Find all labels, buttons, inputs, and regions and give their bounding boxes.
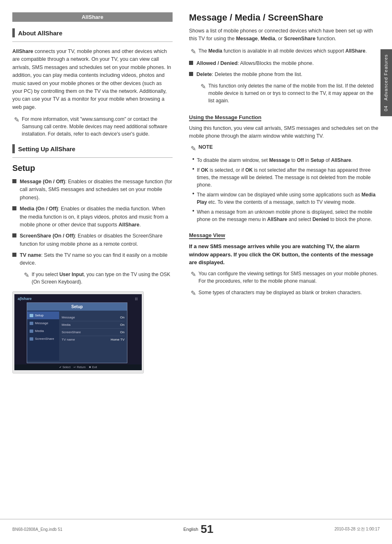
bullet-square-4 bbox=[12, 253, 16, 257]
bullet-square-3 bbox=[12, 233, 16, 237]
dialog-body: Setup Message Media bbox=[27, 311, 127, 361]
pencil-icon-4: ✎ bbox=[201, 83, 206, 90]
setup-heading: Setup bbox=[12, 164, 173, 173]
message-view-heading: Message View bbox=[189, 232, 225, 239]
about-heading: About AllShare bbox=[18, 30, 62, 37]
mv-note-2: Some types of characters may be displaye… bbox=[198, 289, 362, 296]
delete-note-block: ✎ This function only deletes the name of… bbox=[189, 82, 380, 104]
row-message: MessageOn bbox=[62, 314, 125, 321]
using-message-heading: Using the Message Function bbox=[189, 114, 261, 121]
note-bullet-1: • To disable the alarm window, set Messa… bbox=[189, 157, 380, 164]
bullet-screenshare: ScreenShare (On / Off): Enables or disab… bbox=[12, 232, 173, 248]
bullet-text-1: Message (On / Off): Enables or disables … bbox=[20, 178, 173, 202]
nav-icon-screenshare bbox=[30, 337, 33, 341]
pencil-icon-5: ✎ bbox=[191, 145, 196, 152]
pencil-icon-3: ✎ bbox=[191, 48, 196, 55]
allshare-logo: a|lshare bbox=[18, 297, 32, 301]
dialog-left-nav: Setup Message Media bbox=[27, 311, 59, 361]
bullet-message: Message (On / Off): Enables or disables … bbox=[12, 178, 173, 202]
bullet-delete: Delete: Deletes the mobile phone from th… bbox=[189, 71, 380, 78]
row-tvname: TV nameHome TV bbox=[62, 336, 125, 343]
bullet-square-1 bbox=[12, 179, 16, 183]
bullet-text-3: ScreenShare (On / Off): Enables or disab… bbox=[20, 232, 173, 248]
about-note-block: ✎ For more information, visit "www.samsu… bbox=[12, 115, 173, 138]
note-bullet-3: • The alarm window can be displayed whil… bbox=[189, 191, 380, 206]
message-view-bold: If a new SMS message arrives while you a… bbox=[189, 242, 380, 267]
bullet-square-r1 bbox=[189, 61, 193, 65]
nav-icon-setup bbox=[30, 314, 33, 317]
bullet-media: Media (On / Off): Enables or disables th… bbox=[12, 205, 173, 229]
dot-4: • bbox=[192, 207, 194, 214]
note-label: NOTE bbox=[198, 144, 213, 150]
side-tab: 04 Advanced Features bbox=[380, 49, 392, 116]
note-text-4: When a message from an unknown mobile ph… bbox=[197, 208, 380, 223]
bullet-square-2 bbox=[12, 206, 16, 210]
using-message-section: Using the Message Function Using this fu… bbox=[189, 110, 380, 141]
pencil-icon-7: ✎ bbox=[191, 289, 196, 297]
row-screenshare: ScreenShareOn bbox=[62, 329, 125, 336]
dot-2: • bbox=[192, 166, 194, 172]
page-number: 51 bbox=[201, 523, 213, 536]
row-media: MediaOn bbox=[62, 321, 125, 329]
nav-item-media: Media bbox=[27, 327, 59, 335]
left-column: AllShare About AllShare AllShare connect… bbox=[12, 12, 185, 378]
pencil-icon-2: ✎ bbox=[24, 271, 29, 279]
note-section: ✎ NOTE • To disable the alarm window, se… bbox=[189, 144, 380, 223]
media-note-block: ✎ The Media function is available in all… bbox=[189, 47, 380, 55]
tv-screen-inner: a|lshare ||| Setup bbox=[13, 292, 143, 373]
message-view-section: Message View If a new SMS message arrive… bbox=[189, 228, 380, 297]
side-tab-label: Advanced Features bbox=[383, 54, 388, 100]
right-column: Message / Media / ScreenShare Shows a li… bbox=[185, 12, 380, 378]
about-divider bbox=[12, 41, 173, 42]
dialog-right-content: MessageOn MediaOn ScreenShareOn bbox=[59, 311, 127, 361]
using-message-body: Using this function, you view call arriv… bbox=[189, 124, 380, 141]
about-heading-bar bbox=[12, 28, 15, 37]
nav-item-setup: Setup bbox=[27, 311, 59, 319]
bullet-text-2: Media (On / Off): Enables or disables th… bbox=[20, 205, 173, 229]
section-bar: AllShare bbox=[12, 12, 173, 22]
nav-icon-message bbox=[30, 322, 33, 325]
english-label: English bbox=[183, 527, 198, 532]
right-title: Message / Media / ScreenShare bbox=[189, 12, 380, 23]
setup-dialog: Setup Setup bbox=[27, 302, 127, 363]
main-content: AllShare About AllShare AllShare connect… bbox=[0, 12, 392, 378]
dialog-title: Setup bbox=[27, 303, 127, 311]
note-bullet-4: • When a message from an unknown mobile … bbox=[189, 208, 380, 223]
setting-up-heading: Setting Up AllShare bbox=[18, 145, 75, 152]
tv-bg: a|lshare ||| Setup bbox=[14, 294, 142, 370]
dialog-footer: ✔ Select↩ Return✖ Exit bbox=[14, 364, 142, 370]
dot-3: • bbox=[192, 190, 194, 197]
note-text-3: The alarm window can be displayed while … bbox=[197, 191, 380, 206]
page-footer: BN68-02808A_Eng.indb 51 English 51 2010-… bbox=[0, 519, 392, 536]
bullet-allowed: Allowed / Denied: Allows/Blocks the mobi… bbox=[189, 60, 380, 67]
dot-1: • bbox=[192, 156, 194, 162]
page-wrapper: 04 Advanced Features AllShare About AllS… bbox=[0, 0, 392, 544]
nav-icon-media bbox=[30, 330, 33, 333]
bullet-square-r2 bbox=[189, 72, 193, 76]
setting-up-heading-block: Setting Up AllShare bbox=[12, 144, 173, 153]
right-intro: Shows a list of mobile phones or connect… bbox=[189, 27, 380, 43]
bullet-text-4: TV name: Sets the TV name so you can fin… bbox=[20, 251, 173, 267]
user-input-note: If you select User Input, you can type o… bbox=[32, 271, 173, 286]
mv-note-1-block: ✎ You can configure the viewing settings… bbox=[189, 270, 380, 285]
pencil-icon-6: ✎ bbox=[191, 270, 196, 278]
media-note: The Media function is available in all m… bbox=[198, 47, 367, 55]
bullet-tvname: TV name: Sets the TV name so you can fin… bbox=[12, 251, 173, 267]
note-bullet-2: • If OK is selected, or if OK is not sel… bbox=[189, 166, 380, 189]
about-note: For more information, visit "www.samsung… bbox=[22, 115, 173, 138]
setting-up-heading-bar bbox=[12, 144, 15, 153]
note-text-2: If OK is selected, or if OK is not selec… bbox=[197, 166, 380, 189]
bullet-text-r1: Allowed / Denied: Allows/Blocks the mobi… bbox=[196, 60, 380, 67]
mv-note-1: You can configure the viewing settings f… bbox=[198, 270, 380, 285]
footer-page-num-block: English 51 bbox=[183, 523, 213, 536]
bullet-text-r2: Delete: Deletes the mobile phone from th… bbox=[196, 71, 380, 78]
nav-item-screenshare: ScreenShare bbox=[27, 335, 59, 343]
user-input-note-block: ✎ If you select User Input, you can type… bbox=[12, 271, 173, 286]
about-heading-block: About AllShare bbox=[12, 28, 173, 37]
setting-up-divider bbox=[12, 157, 173, 158]
note-text-1: To disable the alarm window, set Message… bbox=[197, 157, 353, 164]
signal-indicator: ||| bbox=[135, 297, 138, 300]
footer-left-text: BN68-02808A_Eng.indb 51 bbox=[12, 527, 62, 532]
nav-item-message: Message bbox=[27, 319, 59, 327]
tv-screenshot: a|lshare ||| Setup bbox=[12, 291, 144, 373]
